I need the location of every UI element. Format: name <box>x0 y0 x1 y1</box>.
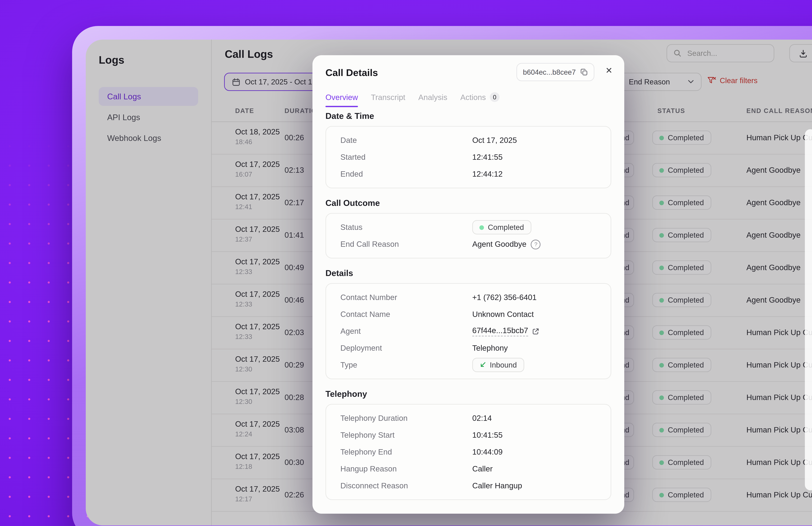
detail-row-help: End Call Reason Agent Goodbye? <box>326 236 611 253</box>
status-dot <box>479 225 484 230</box>
type-badge: Inbound <box>472 358 524 372</box>
modal-section: Call Outcome Status Completed End Call R… <box>325 198 611 259</box>
detail-row: Deployment Telephony <box>326 340 611 356</box>
detail-row: Contact Name Unknown Contact <box>326 306 611 323</box>
screen: Logs Call Logs API Logs Webhook Logs Cal… <box>0 0 812 526</box>
modal-section: Telephony Telephony Duration 02:14 Telep… <box>325 389 611 500</box>
section-card: Contact Number +1 (762) 356-6401 Contact… <box>325 283 611 379</box>
call-id-value: b604ec...b8cee7 <box>523 68 576 76</box>
call-details-modal: Call Details b604ec...b8cee7 ✕ Overview … <box>313 55 624 514</box>
detail-row-type: Type Inbound <box>326 356 611 374</box>
section-card: Telephony Duration 02:14 Telephony Start… <box>325 404 611 500</box>
actions-count-badge: 0 <box>490 92 499 102</box>
tab-analysis[interactable]: Analysis <box>418 92 447 102</box>
external-link-icon[interactable] <box>532 327 539 335</box>
detail-row: Telephony Duration 02:14 <box>326 410 611 427</box>
detail-row: Ended 12:44:12 <box>326 165 611 182</box>
section-heading: Telephony <box>325 389 611 399</box>
agent-link[interactable]: 67f44e...15bcb7 <box>472 326 528 336</box>
section-heading: Details <box>325 268 611 278</box>
copy-icon[interactable] <box>580 68 588 76</box>
detail-row: Date Oct 17, 2025 <box>326 132 611 149</box>
table-scrollbar-thumb[interactable] <box>805 129 812 490</box>
call-id-badge[interactable]: b604ec...b8cee7 <box>517 63 595 81</box>
section-card: Date Oct 17, 2025 Started 12:41:55 Ended… <box>325 126 611 188</box>
detail-row-status: Status Completed <box>326 219 611 236</box>
tab-transcript[interactable]: Transcript <box>371 92 405 102</box>
detail-row: Telephony End 10:44:09 <box>326 443 611 461</box>
detail-row-link: Agent 67f44e...15bcb7 <box>326 323 611 340</box>
modal-section: Date & Time Date Oct 17, 2025 Started 12… <box>325 111 611 188</box>
section-heading: Date & Time <box>325 111 611 121</box>
detail-row: Telephony Start 10:41:55 <box>326 427 611 443</box>
tab-actions[interactable]: Actions0 <box>460 92 499 102</box>
tab-overview[interactable]: Overview <box>325 92 358 102</box>
status-badge: Completed <box>472 220 531 234</box>
modal-sections: Date & Time Date Oct 17, 2025 Started 12… <box>313 111 624 500</box>
close-icon[interactable]: ✕ <box>606 65 612 75</box>
section-card: Status Completed End Call Reason Agent G… <box>325 213 611 259</box>
inbound-arrow-icon <box>479 362 486 368</box>
modal-section: Details Contact Number +1 (762) 356-6401… <box>325 268 611 379</box>
section-heading: Call Outcome <box>325 198 611 208</box>
modal-tabs: Overview Transcript Analysis Actions0 <box>313 92 624 102</box>
detail-row: Hangup Reason Caller <box>326 461 611 477</box>
detail-row: Contact Number +1 (762) 356-6401 <box>326 289 611 306</box>
modal-header: Call Details b604ec...b8cee7 ✕ <box>313 55 624 78</box>
help-icon[interactable]: ? <box>531 239 541 249</box>
detail-row: Disconnect Reason Caller Hangup <box>326 477 611 494</box>
detail-row: Started 12:41:55 <box>326 149 611 165</box>
